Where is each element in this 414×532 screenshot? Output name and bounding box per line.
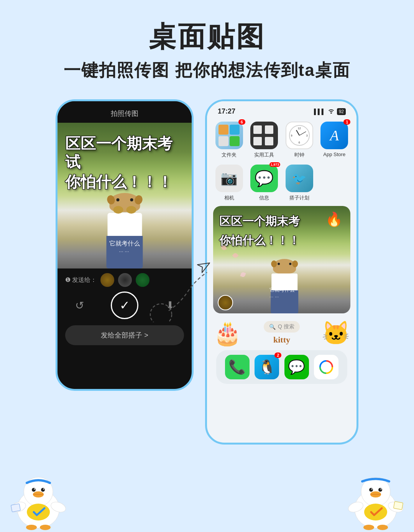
main-title: 桌面贴图 [0,18,414,55]
dock-photos[interactable] [314,355,338,379]
status-icons: ▌▌▌ 92 [314,108,346,115]
sticker-inner: 区区一个期末考 🔥 你怕什么！！！ 它就考什么 …… [213,206,350,313]
mascot-left [8,471,69,532]
sticker-text2: 你怕什么！！！ [219,233,300,249]
sticker-avatar [218,295,233,310]
confirm-button[interactable]: ✓ [111,292,138,319]
dog-head [109,193,140,212]
tools-label: 实用工具 [254,152,274,158]
meme-caption: 它就考什么 …… [109,240,140,253]
status-time: 17:27 [218,107,235,115]
app-appstore[interactable]: 1 App Store [320,122,349,158]
svg-point-27 [364,504,387,520]
sticker-fire-icon: 🔥 [325,211,343,227]
app-clock[interactable]: 12 6 3 9 时钟 [285,122,314,158]
svg-point-23 [371,489,373,490]
dock: 📞 🐧 2 💬 [216,350,347,384]
page-header: 桌面贴图 一键拍照传图 把你的想法传到ta桌面 [0,0,414,88]
appstore-label: App Store [323,152,345,157]
status-bar: 17:27 ▌▌▌ 92 [207,101,356,119]
minute-hand [299,132,306,136]
svg-point-21 [369,488,373,492]
sasuke-label: 搭子计划 [289,194,309,201]
left-phone-bottom: ❶ 发送给： ↺ ✓ ⬇ 发给全部搭子 > [58,268,192,350]
messages-icon-box: 💬 1,973 [250,165,278,192]
appstore-badge: 1 [343,119,350,125]
svg-point-17 [26,525,37,530]
meme-line2: 你怕什么！！！ [65,173,184,191]
svg-point-8 [41,488,45,492]
send-to-label: ❶ 发送给： [65,276,97,284]
dock-qq[interactable]: 🐧 2 [255,355,279,379]
avatar-2 [118,273,132,287]
mascots-sticker-row: 🎂 🔍 Q 搜索 kitty 🐱 [213,318,350,348]
kitty-label: kitty [273,335,290,345]
left-phone-image: 区区一个期末考试 你怕什么！！！ 它就考什么 …… [58,123,192,268]
clock-icon-box: 12 6 3 9 [286,122,313,149]
sub-title: 一键拍照传图 把你的想法传到ta桌面 [0,59,414,82]
svg-point-13 [27,504,50,520]
svg-point-31 [363,525,374,530]
app-folder[interactable]: 6 文件夹 [215,122,244,158]
avatar-1 [100,273,114,287]
svg-rect-30 [394,501,403,510]
app-tools[interactable]: 实用工具 [250,122,279,158]
svg-point-18 [40,525,51,530]
sticker-widget: 区区一个期末考 🔥 你怕什么！！！ 它就考什么 …… [213,206,350,313]
send-all-button[interactable]: 发给全部搭子 > [65,325,184,345]
right-phone: 17:27 ▌▌▌ 92 6 文件夹 [205,99,358,445]
svg-point-22 [378,488,382,492]
controls-row: ↺ ✓ ⬇ [65,292,184,319]
right-phone-bottom: 🎂 🔍 Q 搜索 kitty 🐱 📞 🐧 2 [207,318,356,384]
app-messages[interactable]: 💬 1,973 信息 [250,165,279,201]
signal-icon: ▌▌▌ [314,109,325,115]
svg-rect-16 [11,504,21,512]
folder-badge: 6 [238,119,245,125]
clock-face: 12 6 3 9 [289,125,310,146]
dog-figure [107,193,143,268]
search-kitty-area: 🔍 Q 搜索 kitty [264,321,300,345]
tools-icon-box [250,122,278,149]
battery-badge: 92 [337,108,346,115]
app-sasuke[interactable]: 🐦 搭子计划 [285,165,314,201]
folder-label: 文件夹 [222,152,237,158]
download-button[interactable]: ⬇ [161,297,178,314]
dock-phone[interactable]: 📞 [225,355,250,379]
sticker-caption: 它就考什么 …… [269,287,294,298]
messages-label: 信息 [259,194,269,201]
avatar-3 [136,273,150,287]
dock-row: 📞 🐧 2 💬 [222,355,341,379]
kitty-sticker: 🐱 [322,322,350,345]
svg-point-10 [43,489,44,490]
folder-icon: 6 [215,122,243,149]
appstore-icon-box: 1 [320,122,348,149]
dog-shirt [107,213,142,236]
wifi-icon [328,108,335,115]
send-to-row: ❶ 发送给： [65,273,184,287]
left-phone-header: 拍照传图 [58,101,192,123]
svg-point-9 [34,489,35,490]
sasuke-icon-box: 🐦 [286,165,313,192]
messages-badge: 1,973 [269,162,281,167]
svg-point-32 [377,525,388,530]
undo-button[interactable]: ↺ [71,297,88,314]
phones-container: 拍照传图 区区一个期末考试 你怕什么！！！ [0,88,414,445]
dock-wechat[interactable]: 💬 [284,355,309,379]
camera-icon-box: 📷 [215,165,243,192]
sticker-dog [271,259,298,313]
cake-sticker: 🎂 [213,322,242,345]
clock-label: 时钟 [294,152,304,158]
apps-grid: 6 文件夹 实用工具 12 6 [207,119,356,206]
mascot-right [345,471,406,532]
svg-point-7 [32,488,36,492]
meme-text-overlay: 区区一个期末考试 你怕什么！！！ [65,134,184,191]
svg-point-24 [381,489,382,490]
hour-hand [296,130,300,136]
search-bar[interactable]: 🔍 Q 搜索 [264,321,300,333]
left-phone: 拍照传图 区区一个期末考试 你怕什么！！！ [56,99,194,391]
camera-label: 相机 [224,194,234,201]
search-icon: 🔍 [269,324,276,330]
app-camera[interactable]: 📷 相机 [215,165,244,201]
qq-badge: 2 [274,352,281,358]
meme-line1: 区区一个期末考试 [65,134,184,171]
